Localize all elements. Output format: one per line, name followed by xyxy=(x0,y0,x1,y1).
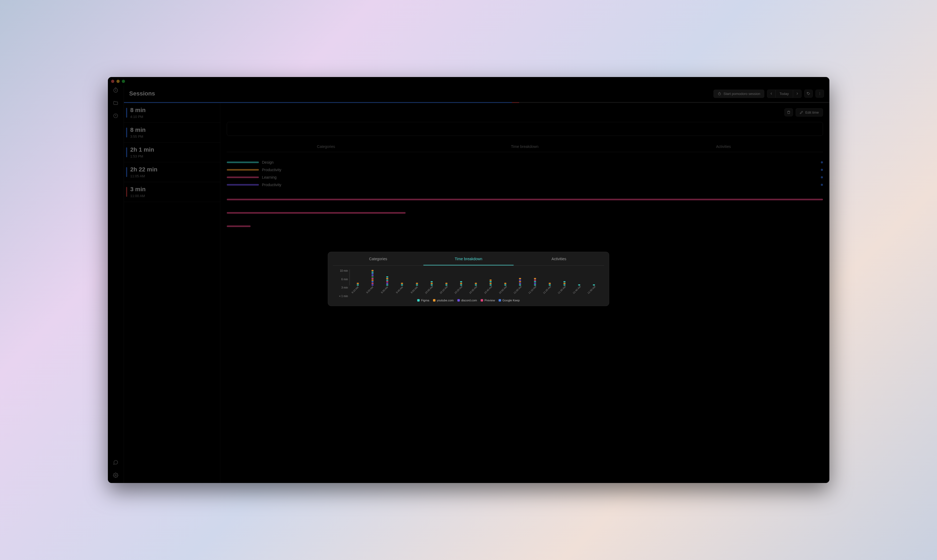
chart-bar-segment xyxy=(445,283,448,284)
session-notes-input[interactable] xyxy=(227,122,823,136)
today-button[interactable]: Today xyxy=(776,89,793,98)
window-close-button[interactable] xyxy=(111,80,114,83)
prev-day-button[interactable] xyxy=(767,89,776,98)
category-row: Learning xyxy=(227,175,823,180)
settings-icon[interactable] xyxy=(113,472,119,478)
y-tick-label: 6 min xyxy=(341,278,348,281)
legend-item: youtube.com xyxy=(433,299,454,302)
session-timestamp: 3:55 PM xyxy=(130,134,215,138)
session-marker xyxy=(126,167,127,177)
session-timestamp: 1:53 PM xyxy=(130,154,215,158)
modal-tab[interactable]: Time breakdown xyxy=(423,253,514,265)
chart-bar[interactable] xyxy=(484,279,497,285)
chart-bar-segment xyxy=(504,283,506,284)
overflow-menu-button[interactable] xyxy=(815,89,824,98)
chart-bar-segment xyxy=(372,271,374,272)
more-vertical-icon xyxy=(818,92,821,95)
session-marker xyxy=(126,108,127,118)
legend-swatch xyxy=(433,299,435,302)
chart-bar-segment xyxy=(386,281,389,282)
next-day-button[interactable] xyxy=(793,89,801,98)
session-item[interactable]: 2h 22 min 11:05 AM xyxy=(124,162,220,182)
modal-tab[interactable]: Activities xyxy=(514,253,604,265)
edit-time-button[interactable]: Edit time xyxy=(796,108,823,117)
chart-bar-segment xyxy=(431,283,433,284)
chart-bar[interactable] xyxy=(366,269,379,285)
start-pomodoro-button[interactable]: Start pomodoro session xyxy=(713,89,764,98)
category-bar xyxy=(227,184,259,186)
category-dot xyxy=(821,161,823,163)
window-maximize-button[interactable] xyxy=(122,80,125,83)
chart-bar-segment xyxy=(401,283,403,284)
svg-point-5 xyxy=(820,92,820,93)
session-duration: 2h 22 min xyxy=(130,166,215,173)
category-label: Design xyxy=(262,160,818,165)
trash-icon xyxy=(787,111,790,114)
chart-bar-segment xyxy=(489,280,492,280)
chart-bar-segment xyxy=(534,283,536,284)
chart-bar[interactable] xyxy=(558,280,571,285)
detail-tab[interactable]: Categories xyxy=(227,141,425,152)
legend-item: Google Keep xyxy=(499,299,520,302)
y-tick-label: 10 min xyxy=(340,269,348,272)
session-duration: 8 min xyxy=(130,126,215,134)
category-bar xyxy=(227,177,259,178)
session-duration: 3 min xyxy=(130,186,215,193)
category-dot xyxy=(821,176,823,178)
chart-bar-segment xyxy=(489,283,492,284)
chart-bar[interactable] xyxy=(528,277,541,285)
category-row: Design xyxy=(227,160,823,165)
session-timestamp: 11:00 AM xyxy=(130,194,215,198)
category-progress-bar xyxy=(227,225,250,227)
session-item[interactable]: 3 min 11:00 AM xyxy=(124,182,220,202)
chart-bar-segment xyxy=(519,281,521,282)
history-icon[interactable] xyxy=(113,113,119,119)
chart-bar[interactable] xyxy=(425,280,438,285)
session-item[interactable]: 2h 1 min 1:53 PM xyxy=(124,143,220,162)
chart-bar[interactable] xyxy=(381,276,394,285)
chart-bar-segment xyxy=(357,283,359,284)
category-progress-bar xyxy=(227,212,406,214)
session-timestamp: 4:10 PM xyxy=(130,115,215,119)
folder-icon[interactable] xyxy=(113,100,119,106)
chat-icon[interactable] xyxy=(113,460,119,465)
chart-bar-segment xyxy=(534,281,536,282)
legend-swatch xyxy=(499,299,501,302)
modal-tab[interactable]: Categories xyxy=(333,253,423,265)
category-row: Productivity xyxy=(227,183,823,187)
chart-bar-segment xyxy=(519,278,521,279)
session-duration: 8 min xyxy=(130,107,215,114)
session-item[interactable]: 8 min 4:10 PM xyxy=(124,103,220,123)
window-minimize-button[interactable] xyxy=(116,80,120,83)
category-progress-bar xyxy=(227,199,823,200)
chart-bar-segment xyxy=(534,280,536,280)
legend-label: Figma xyxy=(421,299,429,302)
chart-bar-segment xyxy=(563,283,565,284)
session-timestamp: 11:05 AM xyxy=(130,174,215,178)
chart-bar[interactable] xyxy=(514,277,526,285)
timer-icon[interactable] xyxy=(113,87,119,93)
delete-session-button[interactable] xyxy=(784,108,793,116)
chart-bar-segment xyxy=(519,280,521,280)
detail-tab[interactable]: Activities xyxy=(624,141,823,152)
chart-bar-segment xyxy=(416,283,418,284)
session-item[interactable]: 8 min 3:55 PM xyxy=(124,123,220,143)
category-dot xyxy=(821,184,823,186)
category-label: Productivity xyxy=(262,183,818,187)
stopwatch-icon xyxy=(718,92,721,96)
session-list: 8 min 4:10 PM 8 min 3:55 PM 2h 1 min 1:5… xyxy=(124,103,220,483)
detail-tab[interactable]: Time breakdown xyxy=(425,141,624,152)
svg-point-4 xyxy=(807,93,808,93)
chart-bar-segment xyxy=(475,283,477,284)
tag-button[interactable] xyxy=(804,89,813,98)
legend-item: Preview xyxy=(481,299,495,302)
svg-point-7 xyxy=(820,95,820,95)
sidebar xyxy=(108,86,124,483)
chart-bar-segment xyxy=(460,281,462,282)
chart-bar-segment xyxy=(519,283,521,284)
session-marker xyxy=(126,187,127,197)
chart-bar-segment xyxy=(372,276,374,277)
chart-bar[interactable] xyxy=(455,280,468,285)
page-title: Sessions xyxy=(129,90,155,97)
chart-bar-segment xyxy=(372,275,374,276)
